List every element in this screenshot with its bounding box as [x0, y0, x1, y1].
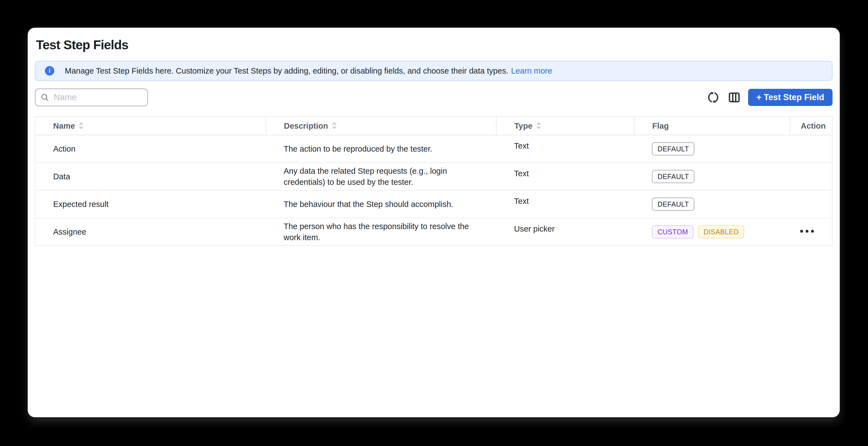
column-header-description[interactable]: Description	[266, 117, 496, 135]
flag-badge-custom: CUSTOM	[652, 225, 693, 239]
column-label: Type	[514, 122, 533, 130]
banner-text: Manage Test Step Fields here. Customize …	[65, 66, 508, 75]
table-row: ActionThe action to be reproduced by the…	[35, 135, 832, 163]
sort-icon	[536, 122, 541, 130]
field-actions: •••	[790, 218, 832, 245]
field-name: Data	[35, 163, 266, 191]
flag-badge-disabled: DISABLED	[698, 225, 744, 239]
add-test-step-field-button[interactable]: + Test Step Field	[748, 89, 833, 106]
field-description: The action to be reproduced by the teste…	[266, 135, 496, 163]
field-name: Expected result	[35, 191, 266, 218]
field-flags: DEFAULT	[634, 135, 790, 163]
sort-icon	[332, 122, 337, 130]
field-type: User picker	[496, 218, 634, 245]
field-flags: DEFAULT	[634, 163, 790, 191]
columns-button[interactable]	[727, 91, 741, 104]
flag-badge-default: DEFAULT	[652, 170, 694, 183]
column-header-name[interactable]: Name	[35, 117, 266, 135]
search-icon	[40, 93, 49, 102]
field-actions	[790, 191, 832, 218]
field-description: The person who has the responsibility to…	[266, 218, 496, 245]
field-type: Text	[496, 135, 634, 163]
columns-icon	[728, 91, 740, 103]
column-header-type[interactable]: Type	[496, 117, 634, 135]
refresh-icon	[707, 91, 719, 104]
field-name: Action	[35, 135, 266, 163]
field-flags: DEFAULT	[634, 191, 790, 218]
toolbar: + Test Step Field	[35, 89, 833, 106]
table-row: AssigneeThe person who has the responsib…	[35, 218, 832, 245]
info-banner: i Manage Test Step Fields here. Customiz…	[35, 61, 833, 81]
refresh-button[interactable]	[707, 91, 720, 104]
flag-badge-default: DEFAULT	[652, 142, 694, 156]
field-actions	[790, 135, 832, 163]
field-name: Assignee	[35, 218, 266, 245]
column-label: Flag	[652, 122, 669, 130]
page-title: Test Step Fields	[36, 37, 833, 53]
info-icon: i	[45, 66, 54, 75]
table-row: Expected resultThe behaviour that the St…	[35, 191, 832, 218]
fields-table: NameDescriptionTypeFlagAction ActionThe …	[35, 116, 833, 246]
learn-more-link[interactable]: Learn more	[511, 66, 552, 75]
field-description: The behaviour that the Step should accom…	[266, 191, 496, 218]
column-label: Name	[53, 122, 75, 130]
search-box[interactable]	[35, 89, 148, 106]
flag-badge-default: DEFAULT	[652, 198, 694, 211]
column-header-action: Action	[790, 117, 832, 135]
row-menu-button[interactable]: •••	[798, 228, 818, 235]
toolbar-actions: + Test Step Field	[699, 89, 833, 106]
sort-icon	[79, 122, 84, 130]
field-description: Any data the related Step requests (e.g.…	[266, 163, 496, 191]
field-flags: CUSTOMDISABLED	[634, 218, 790, 245]
column-label: Action	[801, 122, 826, 130]
field-actions	[790, 163, 832, 191]
field-type: Text	[496, 191, 634, 218]
settings-card: Test Step Fields i Manage Test Step Fiel…	[28, 28, 840, 417]
column-header-flag: Flag	[634, 117, 790, 135]
table-header: NameDescriptionTypeFlagAction	[35, 117, 832, 135]
field-type: Text	[496, 163, 634, 191]
screen: Test Step Fields i Manage Test Step Fiel…	[0, 0, 868, 446]
column-label: Description	[284, 122, 328, 130]
table-row: DataAny data the related Step requests (…	[35, 163, 832, 191]
search-input[interactable]	[53, 92, 143, 103]
